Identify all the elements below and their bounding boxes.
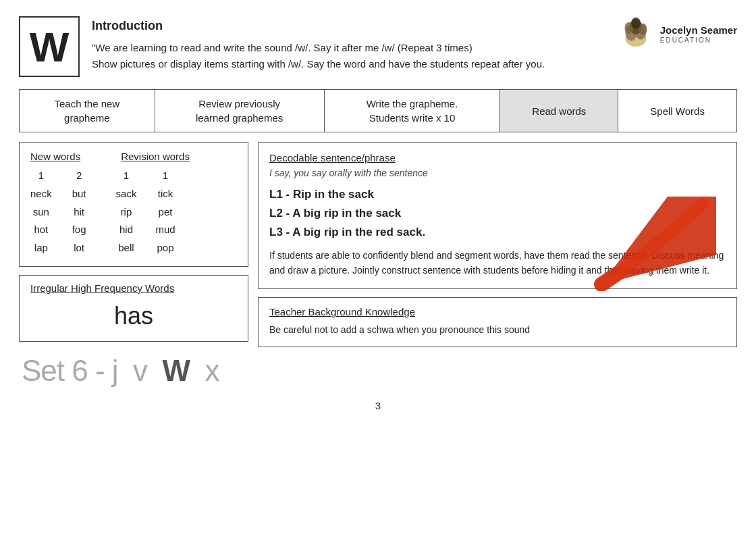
- set-label: Set 6 - j v W x: [19, 354, 248, 388]
- new-words-col1: 1 neck sun hot lap: [30, 168, 52, 257]
- logo-sub: EDUCATION: [660, 36, 737, 44]
- page-number: 3: [19, 400, 737, 411]
- tbk-title: Teacher Background Knowledge: [269, 306, 726, 317]
- letter-display: W: [30, 23, 70, 71]
- decodable-title: Decodable sentence/phrase: [269, 152, 726, 163]
- nav-col-2[interactable]: Review previously learned graphemes: [155, 90, 324, 132]
- nav-col-4[interactable]: Read words: [500, 90, 618, 132]
- new-words-label: New words: [30, 151, 80, 162]
- nav-col-1[interactable]: Teach the new grapheme: [20, 90, 155, 132]
- main-content: New words Revision words 1 neck sun hot …: [19, 142, 737, 388]
- header-left: W Introduction "We are learning to read …: [19, 16, 545, 77]
- tbk-box: Teacher Background Knowledge Be careful …: [258, 297, 737, 347]
- intro-text: Introduction "We are learning to read an…: [92, 16, 545, 72]
- header: W Introduction "We are learning to read …: [19, 16, 737, 77]
- logo-name: Jocelyn Seamer: [660, 24, 737, 36]
- left-panel: New words Revision words 1 neck sun hot …: [19, 142, 248, 388]
- nav-col-5[interactable]: Spell Words: [618, 90, 737, 132]
- new-words-cols: 1 neck sun hot lap 2 but hit fog lot: [30, 168, 86, 257]
- hfw-title: Irregular High Frequency Words: [30, 282, 237, 294]
- letter-box: W: [19, 16, 80, 77]
- logo-text: Jocelyn Seamer EDUCATION: [660, 24, 737, 44]
- tbk-body: Be careful not to add a schwa when you p…: [269, 323, 726, 337]
- revision-words-label: Revision words: [121, 151, 190, 162]
- arrow-icon: [581, 197, 716, 291]
- revision-words-cols: 1 sack rip hid bell 1 tick pet mud pop: [116, 168, 176, 257]
- right-panel: Decodable sentence/phrase I say, you say…: [258, 142, 737, 388]
- words-columns: 1 neck sun hot lap 2 but hit fog lot: [30, 168, 237, 257]
- new-words-col2: 2 but hit fog lot: [72, 168, 86, 257]
- decodable-subtitle: I say, you say orally with the sentence: [269, 168, 726, 178]
- nav-col-3[interactable]: Write the grapheme. Students write x 10: [324, 90, 500, 132]
- words-box: New words Revision words 1 neck sun hot …: [19, 142, 248, 267]
- rev-words-col1: 1 sack rip hid bell: [116, 168, 137, 257]
- decodable-box: Decodable sentence/phrase I say, you say…: [258, 142, 737, 289]
- intro-title: Introduction: [92, 19, 545, 33]
- logo-tree-icon: [618, 16, 653, 51]
- hfw-word: has: [30, 299, 237, 333]
- svg-point-6: [631, 18, 641, 29]
- intro-line1: "We are learning to read and write the s…: [92, 40, 545, 72]
- nav-table: Teach the new grapheme Review previously…: [19, 89, 737, 132]
- words-header: New words Revision words: [30, 151, 237, 162]
- logo-area: Jocelyn Seamer EDUCATION: [618, 16, 737, 51]
- rev-words-col2: 1 tick pet mud pop: [155, 168, 175, 257]
- hfw-box: Irregular High Frequency Words has: [19, 275, 248, 342]
